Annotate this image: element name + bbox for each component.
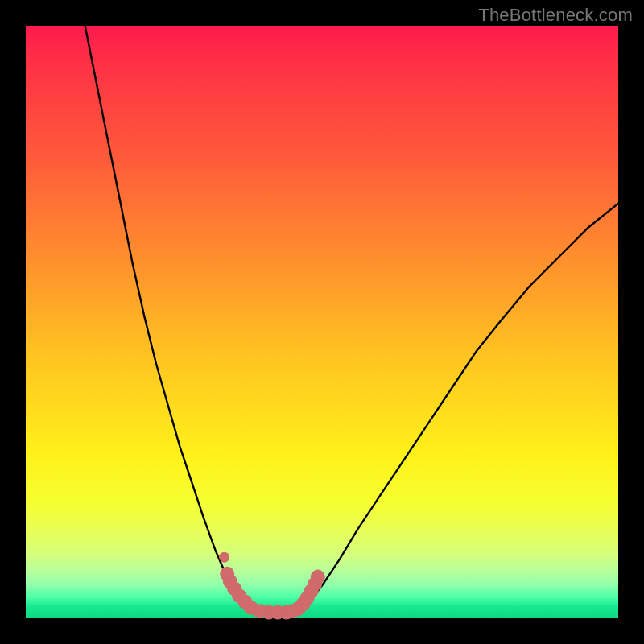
right-curve-path (299, 204, 618, 609)
right-curve (299, 204, 618, 609)
left-curve-path (85, 26, 251, 609)
chart-frame: TheBottleneck.com (0, 0, 644, 644)
plot-area (26, 26, 618, 618)
highlight-dots (219, 552, 325, 620)
left-curve (85, 26, 251, 609)
highlight-dot (311, 570, 325, 584)
watermark-text: TheBottleneck.com (478, 5, 633, 26)
highlight-dot-lone (219, 552, 229, 563)
curves-svg (26, 26, 618, 618)
